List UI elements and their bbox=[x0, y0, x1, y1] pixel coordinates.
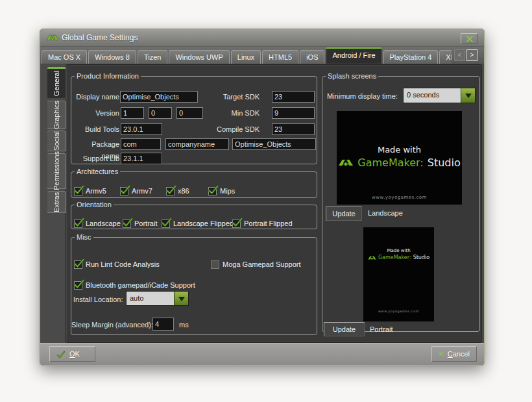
checkbox-box bbox=[162, 220, 170, 228]
sleep-margin-unit: ms bbox=[179, 319, 189, 331]
dropdown-button[interactable] bbox=[174, 292, 188, 305]
splash-screens-group: Splash screens Minimum display time: 0 s… bbox=[322, 72, 480, 332]
min-display-time-label: Minimum display time: bbox=[327, 90, 398, 102]
update-landscape-button[interactable]: Update bbox=[326, 207, 362, 221]
tab-mac-os-x[interactable]: Mac OS X bbox=[42, 50, 87, 64]
sleep-margin-label: Sleep Margin (advanced): bbox=[71, 319, 153, 331]
support-lib-label: Support Lib bbox=[73, 153, 119, 164]
checkbox-mips[interactable]: Mips bbox=[208, 186, 235, 195]
brand-name: GameMaker: bbox=[378, 255, 411, 260]
platform-tab-bar: Mac OS X Windows 8 Tizen Windows UWP Lin… bbox=[40, 47, 484, 64]
window-title: Global Game Settings bbox=[62, 33, 138, 42]
build-tools-label: Build Tools bbox=[73, 123, 119, 135]
chevron-down-icon bbox=[178, 297, 185, 305]
tab-permissions[interactable]: Permissions bbox=[47, 153, 66, 189]
version-major-field[interactable] bbox=[121, 107, 144, 119]
close-button[interactable] bbox=[461, 33, 478, 44]
misc-group: Misc Run Lint Code Analysis Moga Gamepad… bbox=[71, 233, 317, 335]
titlebar[interactable]: Global Game Settings bbox=[40, 29, 484, 47]
gamemaker-logo-icon bbox=[338, 158, 354, 168]
brand-name: GameMaker: bbox=[357, 157, 423, 169]
checkbox-moga-gamepad[interactable]: Moga Gamepad Support bbox=[211, 260, 300, 269]
landscape-splash-preview: Made with GameMaker: Studio www.yoyogame… bbox=[337, 111, 462, 205]
splash-url: www.yoyogames.com bbox=[372, 195, 427, 200]
check-icon bbox=[122, 216, 134, 227]
checkbox-portrait-flipped[interactable]: Portrait Flipped bbox=[232, 219, 293, 228]
checkbox-box bbox=[74, 260, 82, 269]
check-icon bbox=[73, 257, 85, 268]
package-company-field[interactable] bbox=[165, 138, 229, 150]
target-sdk-field[interactable] bbox=[272, 91, 315, 103]
min-sdk-field[interactable] bbox=[272, 107, 315, 119]
version-minor-field[interactable] bbox=[149, 107, 172, 119]
cancel-button[interactable]: Cancel bbox=[431, 346, 477, 362]
tab-linux[interactable]: Linux bbox=[231, 50, 261, 64]
tab-general[interactable]: General bbox=[47, 67, 66, 99]
splash-url: www.yoyogames.com bbox=[378, 309, 419, 313]
min-sdk-label: Min SDK bbox=[195, 107, 260, 119]
install-location-dropdown[interactable]: auto bbox=[126, 291, 189, 306]
checkbox-run-lint[interactable]: Run Lint Code Analysis bbox=[74, 260, 160, 269]
tab-android-fire[interactable]: Android / Fire bbox=[326, 47, 381, 64]
version-label: Version bbox=[73, 107, 119, 119]
category-tabs: General Graphics Social Permissions Extr… bbox=[47, 67, 66, 215]
tab-scroll-right-button[interactable]: > bbox=[466, 49, 478, 61]
compile-sdk-label: Compile SDK bbox=[195, 123, 260, 135]
x-icon bbox=[439, 350, 444, 358]
build-tools-field[interactable] bbox=[121, 123, 162, 135]
product-information-group: Product Information Display name Target … bbox=[71, 72, 317, 164]
compile-sdk-field[interactable] bbox=[272, 123, 315, 135]
dropdown-button[interactable] bbox=[461, 88, 475, 103]
check-icon bbox=[73, 278, 85, 289]
check-icon bbox=[208, 184, 219, 195]
checkbox-box bbox=[74, 187, 82, 195]
tab-html5[interactable]: HTML5 bbox=[262, 50, 298, 64]
tab-scroll-left-button[interactable]: < bbox=[454, 49, 465, 61]
tab-xbox-one[interactable]: Xbox One bbox=[439, 50, 452, 64]
tab-ios[interactable]: iOS bbox=[300, 50, 324, 64]
misc-title: Misc bbox=[75, 233, 93, 241]
orientation-group: Orientation Landscape Portrait Landscape… bbox=[71, 201, 317, 229]
checkbox-box bbox=[74, 281, 82, 290]
tab-tizen[interactable]: Tizen bbox=[138, 50, 168, 64]
checkbox-armv7[interactable]: Armv7 bbox=[120, 186, 152, 195]
install-location-label: Install Location: bbox=[73, 294, 123, 305]
gamemaker-logo-icon bbox=[46, 32, 59, 43]
support-lib-field[interactable] bbox=[121, 153, 162, 164]
package-product-field[interactable] bbox=[232, 138, 316, 150]
display-name-field[interactable] bbox=[120, 91, 198, 103]
portrait-splash-preview: Made with GameMaker: Studio www.yoyogame… bbox=[363, 227, 434, 321]
min-display-time-dropdown[interactable]: 0 seconds bbox=[403, 88, 476, 103]
checkbox-landscape[interactable]: Landscape bbox=[74, 219, 121, 228]
checkbox-x86[interactable]: x86 bbox=[166, 186, 189, 195]
brand-row: GameMaker: Studio bbox=[368, 255, 429, 260]
install-location-value: auto bbox=[127, 292, 174, 305]
checkbox-box bbox=[120, 187, 128, 195]
orientation-title: Orientation bbox=[75, 201, 114, 208]
close-icon bbox=[466, 35, 474, 43]
sleep-margin-field[interactable] bbox=[152, 318, 174, 331]
checkbox-portrait[interactable]: Portrait bbox=[123, 219, 157, 228]
product-information-title: Product Information bbox=[75, 72, 141, 80]
brand-suffix: Studio bbox=[428, 157, 461, 169]
global-game-settings-dialog: Global Game Settings Mac OS X Windows 8 … bbox=[40, 29, 485, 366]
min-display-time-value: 0 seconds bbox=[404, 88, 461, 103]
tab-windows-8[interactable]: Windows 8 bbox=[88, 50, 136, 64]
ok-button[interactable]: OK bbox=[49, 346, 95, 362]
tab-extras[interactable]: Extras bbox=[47, 191, 66, 213]
checkbox-armv5[interactable]: Armv5 bbox=[74, 186, 106, 195]
chevron-down-icon bbox=[465, 94, 472, 101]
made-with-text: Made with bbox=[378, 145, 421, 155]
update-portrait-button[interactable]: Update bbox=[324, 322, 365, 336]
checkbox-landscape-flipped[interactable]: Landscape Flipped bbox=[162, 219, 234, 228]
content-area: General Graphics Social Permissions Extr… bbox=[40, 64, 484, 343]
gamemaker-logo-icon bbox=[368, 255, 376, 260]
tab-windows-uwp[interactable]: Windows UWP bbox=[169, 50, 229, 64]
splash-screens-title: Splash screens bbox=[326, 72, 378, 80]
package-domain-field[interactable] bbox=[121, 138, 161, 150]
checkbox-bluetooth-gamepad[interactable]: Bluetooth gamepad/iCade Support bbox=[74, 281, 195, 290]
tab-playstation-4[interactable]: PlayStation 4 bbox=[383, 50, 439, 64]
tab-graphics[interactable]: Graphics bbox=[47, 101, 66, 129]
brand-suffix: Studio bbox=[413, 255, 429, 260]
tab-social[interactable]: Social bbox=[47, 131, 66, 151]
